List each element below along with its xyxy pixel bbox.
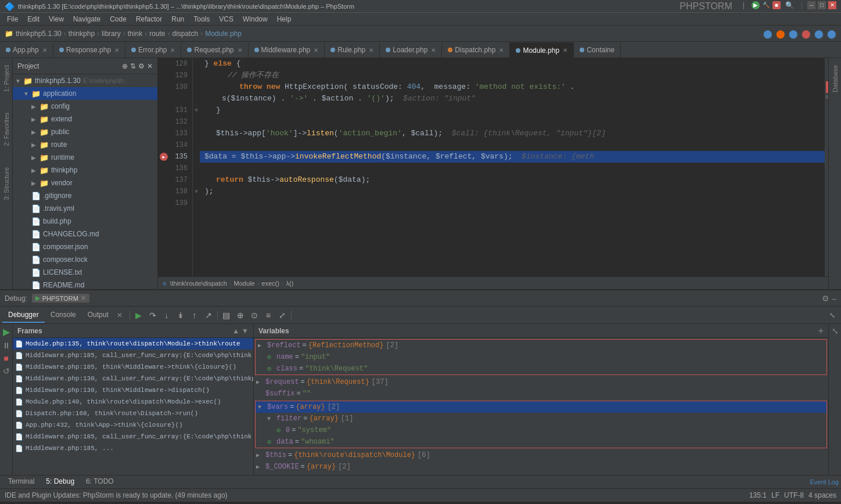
- tree-vendor[interactable]: ▶ 📁 vendor: [13, 177, 157, 189]
- tab-close-error[interactable]: ✕: [170, 47, 175, 53]
- tab-request-php[interactable]: Request.php ✕: [181, 42, 248, 57]
- tree-readme[interactable]: 📄 README.md: [13, 279, 157, 289]
- tree-gitignore[interactable]: 📄 .gitignore: [13, 189, 157, 202]
- debug-resume-btn[interactable]: ▶: [132, 309, 145, 322]
- debug-collapse-icon[interactable]: –: [832, 294, 836, 303]
- menu-tools[interactable]: Tools: [189, 13, 214, 26]
- tab-container[interactable]: Containe: [574, 42, 621, 57]
- edge-icon[interactable]: ⬤: [789, 29, 798, 38]
- tab-close-loader[interactable]: ✕: [431, 47, 436, 53]
- tree-application[interactable]: ▼ 📁 application: [13, 87, 157, 100]
- database-panel-label[interactable]: Database: [830, 60, 840, 97]
- debug-frames-btn[interactable]: ▤: [220, 309, 233, 322]
- menu-vcs[interactable]: VCS: [214, 13, 238, 26]
- safari-icon[interactable]: ⬤: [827, 29, 836, 38]
- var-filter[interactable]: ▼ filter = {array} [1]: [256, 413, 826, 424]
- event-log-btn[interactable]: Event Log: [810, 478, 839, 485]
- sync-icon[interactable]: ⇅: [130, 62, 136, 70]
- debug-play-icon[interactable]: ▶: [3, 326, 10, 337]
- phpstorm-close-icon[interactable]: ✕: [81, 294, 86, 302]
- menu-edit[interactable]: Edit: [23, 13, 44, 26]
- bottom-tab-todo[interactable]: 6: TODO: [80, 474, 120, 489]
- menu-view[interactable]: View: [44, 13, 69, 26]
- close-sidebar-icon[interactable]: ✕: [147, 62, 153, 70]
- var-reflect-class[interactable]: ⊙ class = "think\Request": [256, 363, 826, 375]
- menu-help[interactable]: Help: [272, 13, 296, 26]
- tab-close-app[interactable]: ✕: [42, 47, 47, 53]
- var-request[interactable]: ▶ $request = {think\Request} [37]: [254, 376, 828, 388]
- bc-library[interactable]: library: [102, 30, 121, 38]
- menu-refactor[interactable]: Refactor: [131, 13, 167, 26]
- tab-loader-php[interactable]: Loader.php ✕: [380, 42, 442, 57]
- phpstorm-dropdown[interactable]: PHPSTORM: [676, 1, 735, 12]
- frame-item-0[interactable]: 📄 Module.php:135, think\route\dispatch\M…: [13, 338, 253, 350]
- bottom-tab-debug[interactable]: 5: Debug: [40, 474, 80, 489]
- tab-error-php[interactable]: Error.php ✕: [125, 42, 181, 57]
- tree-config[interactable]: ▶ 📁 config: [13, 100, 157, 113]
- phpstorm-runner[interactable]: ▶ PHPSTORM ✕: [32, 294, 89, 303]
- tab-close-rule[interactable]: ✕: [369, 47, 373, 53]
- tab-response-php[interactable]: Response.php ✕: [53, 42, 125, 57]
- debug-expand-icon[interactable]: ⤡: [832, 326, 839, 336]
- debug-stop-icon[interactable]: ■: [3, 354, 8, 363]
- menu-window[interactable]: Window: [238, 13, 272, 26]
- debug-pause-icon[interactable]: ⏸: [2, 341, 10, 350]
- tree-composer-json[interactable]: 📄 composer.json: [13, 240, 157, 253]
- tree-public[interactable]: ▶ 📁 public: [13, 125, 157, 138]
- tab-output-close[interactable]: ✕: [117, 311, 123, 319]
- bc-dispatch[interactable]: dispatch: [172, 30, 199, 38]
- tab-close-response[interactable]: ✕: [114, 47, 119, 53]
- frame-item-5[interactable]: 📄 Module.php:140, think\route\dispatch\M…: [13, 396, 253, 408]
- tree-thinkphp[interactable]: ▶ 📁 thinkphp: [13, 164, 157, 177]
- frame-item-4[interactable]: 📄 Middleware.php:130, think\Middleware->…: [13, 384, 253, 396]
- debug-step-out-btn[interactable]: ↑: [188, 309, 201, 322]
- chrome-icon[interactable]: ⬤: [763, 29, 772, 38]
- frame-item-9[interactable]: 📄 Middleware.php:185, ...: [13, 442, 253, 454]
- tab-rule-php[interactable]: Rule.php ✕: [325, 42, 380, 57]
- tree-travis[interactable]: 📄 .travis.yml: [13, 202, 157, 215]
- tree-composer-lock[interactable]: 📄 composer.lock: [13, 253, 157, 266]
- var-this[interactable]: ▶ $this = {think\route\dispatch\Module} …: [254, 449, 828, 461]
- tab-close-middleware[interactable]: ✕: [314, 47, 318, 53]
- var-reflect-name[interactable]: ⊙ name = "input": [256, 351, 826, 363]
- frames-up-arrow[interactable]: ▲: [232, 327, 239, 335]
- tab-console[interactable]: Console: [45, 308, 82, 323]
- run-button[interactable]: ▶: [752, 1, 760, 9]
- tab-app-php[interactable]: App.php ✕: [0, 42, 53, 57]
- frame-item-8[interactable]: 📄 Middleware.php:185, call_user_func_arr…: [13, 431, 253, 442]
- frame-item-7[interactable]: 📄 App.php:432, think\App->think\{closure…: [13, 419, 253, 431]
- debug-settings-btn[interactable]: ⤢: [276, 309, 289, 322]
- eb-lambda[interactable]: λ(): [286, 280, 294, 287]
- var-vars[interactable]: ▼ $vars = {array} [2]: [256, 401, 826, 413]
- tree-extend[interactable]: ▶ 📁 extend: [13, 113, 157, 125]
- gutter-135[interactable]: ▶: [158, 151, 170, 163]
- var-reflect[interactable]: ▶ $reflect = {ReflectionMethod} [2]: [256, 340, 826, 351]
- var-cookie[interactable]: ▶ $_COOKIE = {array} [2]: [254, 461, 828, 473]
- debug-run-cursor-btn[interactable]: ↗: [202, 309, 215, 322]
- frame-item-1[interactable]: 📄 Middleware.php:185, call_user_func_arr…: [13, 350, 253, 361]
- firefox-icon[interactable]: ⬤: [776, 29, 785, 38]
- debug-step-into-btn[interactable]: ↓: [160, 309, 173, 322]
- debug-rerun-icon[interactable]: ↺: [3, 366, 10, 376]
- stop-button[interactable]: ■: [772, 1, 781, 9]
- eb-dispatch[interactable]: \think\route\dispatch: [170, 280, 227, 287]
- debug-restore-btn[interactable]: ⤡: [826, 309, 839, 322]
- project-panel-label[interactable]: 1: Project: [1, 60, 12, 96]
- tree-route[interactable]: ▶ 📁 route: [13, 138, 157, 151]
- bc-root[interactable]: thinkphp5.1.30: [16, 30, 62, 38]
- tab-debugger[interactable]: Debugger: [2, 308, 45, 323]
- eb-module[interactable]: Module: [234, 280, 255, 287]
- var-filter-0[interactable]: ⊙ 0 = "system": [256, 424, 826, 436]
- tab-module-php[interactable]: Module.php ✕: [510, 42, 574, 57]
- tab-middleware-php[interactable]: Middleware.php ✕: [249, 42, 325, 57]
- gear-icon[interactable]: ⚙: [138, 62, 145, 70]
- menu-file[interactable]: File: [2, 13, 23, 26]
- frame-item-6[interactable]: 📄 Dispatch.php:168, think\route\Dispatch…: [13, 408, 253, 419]
- frame-item-2[interactable]: 📄 Middleware.php:185, think\Middleware->…: [13, 361, 253, 373]
- debug-breakpoints-btn[interactable]: ⊙: [248, 309, 261, 322]
- debug-gear-icon[interactable]: ⚙: [822, 294, 829, 303]
- tree-build[interactable]: 📄 build.php: [13, 215, 157, 228]
- ie-icon[interactable]: ⬤: [814, 29, 824, 38]
- tree-license[interactable]: 📄 LICENSE.txt: [13, 266, 157, 279]
- debug-force-step-btn[interactable]: ↡: [174, 309, 187, 322]
